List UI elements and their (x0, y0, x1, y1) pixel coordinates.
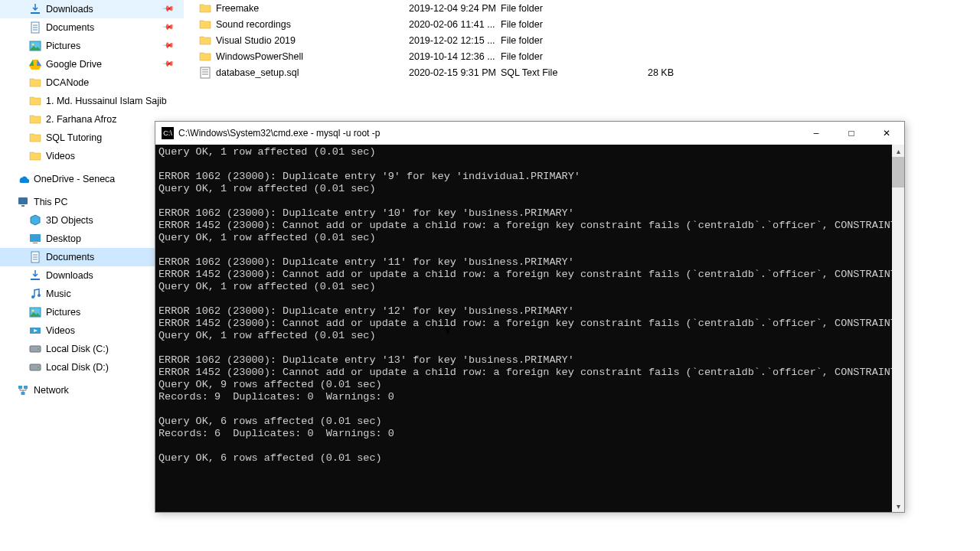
cmd-titlebar[interactable]: C:\ C:\Windows\System32\cmd.exe - mysql … (155, 122, 904, 145)
sidebar-item-label: Pictures (46, 307, 80, 318)
scroll-up-arrow-icon[interactable]: ▴ (892, 145, 904, 157)
sidebar-item-label: 3D Objects (46, 215, 93, 226)
sidebar-item-documents[interactable]: Documents📌 (0, 18, 184, 37)
desktop-icon (29, 233, 41, 245)
sidebar-item-label: Local Disk (D:) (46, 362, 109, 373)
folder-icon (29, 113, 41, 126)
cmd-output[interactable]: Query OK, 1 row affected (0.01 sec) ERRO… (155, 145, 892, 512)
picture-icon (29, 306, 41, 318)
file-row[interactable]: WindowsPowerShell2019-10-14 12:36 ...Fil… (193, 48, 966, 64)
folder-icon (29, 132, 41, 144)
file-name: Freemake (216, 3, 409, 14)
sidebar-item-label: 2. Farhana Afroz (46, 114, 116, 125)
file-date: 2020-02-06 11:41 ... (409, 19, 501, 30)
download-icon (29, 3, 41, 15)
file-type: File folder (501, 3, 620, 14)
folder-icon (199, 34, 211, 47)
file-date: 2019-10-14 12:36 ... (409, 51, 501, 62)
picture-icon (29, 40, 41, 52)
sidebar-item-label: Downloads (46, 4, 93, 15)
sidebar-item-label: Network (34, 385, 69, 396)
file-date: 2019-12-04 9:24 PM (409, 3, 501, 14)
disk-icon (29, 343, 41, 355)
file-row[interactable]: Visual Studio 20192019-12-02 12:15 ...Fi… (193, 32, 966, 48)
video-icon (29, 324, 41, 337)
sidebar-item-label: This PC (34, 197, 67, 207)
file-name: WindowsPowerShell (216, 51, 409, 62)
cmd-icon: C:\ (162, 127, 174, 139)
pin-icon: 📌 (162, 57, 175, 69)
sidebar-item-label: Google Drive (46, 59, 102, 70)
sidebar-item-label: Videos (46, 151, 75, 161)
sidebar-item-label: SQL Tutoring (46, 132, 102, 143)
file-type: File folder (501, 51, 620, 62)
sidebar-item-label: Pictures (46, 41, 80, 51)
document-icon (29, 21, 41, 34)
sidebar-item-label: Local Disk (C:) (46, 344, 109, 354)
sidebar-item-label: 1. Md. Hussainul Islam Sajib (46, 96, 167, 106)
folder-icon (199, 51, 211, 63)
maximize-button[interactable]: □ (834, 122, 869, 145)
sidebar-item-label: DCANode (46, 77, 89, 88)
sidebar-item-label: Videos (46, 325, 75, 336)
minimize-button[interactable]: – (799, 122, 834, 145)
scroll-down-arrow-icon[interactable]: ▾ (892, 500, 904, 512)
cmd-title-text: C:\Windows\System32\cmd.exe - mysql -u r… (178, 128, 799, 139)
sidebar-item-google-drive[interactable]: Google Drive📌 (0, 55, 184, 73)
sidebar-item-dcanode[interactable]: DCANode (0, 73, 184, 92)
sidebar-item-label: Documents (46, 252, 94, 262)
sidebar-item-downloads[interactable]: Downloads📌 (0, 0, 184, 18)
sidebar-item-label: Downloads (46, 270, 93, 281)
close-button[interactable]: ✕ (869, 122, 904, 145)
file-date: 2019-12-02 12:15 ... (409, 35, 501, 46)
file-size: 28 KB (620, 67, 674, 78)
file-row[interactable]: Freemake2019-12-04 9:24 PMFile folder (193, 0, 966, 16)
pin-icon: 📌 (162, 20, 175, 32)
sidebar-item-label: Documents (46, 22, 94, 33)
onedrive-icon (17, 173, 29, 185)
folder-icon (29, 150, 41, 162)
sidebar-item-label: OneDrive - Seneca (34, 174, 115, 184)
3d-icon (29, 214, 41, 227)
sidebar-item-1-md-hussainul-islam-sajib[interactable]: 1. Md. Hussainul Islam Sajib (0, 92, 184, 110)
cmd-scrollbar[interactable]: ▴ ▾ (892, 145, 904, 512)
file-name: Visual Studio 2019 (216, 35, 409, 46)
file-type: File folder (501, 35, 620, 46)
file-date: 2020-02-15 9:31 PM (409, 67, 501, 78)
file-name: database_setup.sql (216, 67, 409, 78)
disk-icon (29, 361, 41, 373)
sqlfile-icon (199, 67, 211, 79)
pin-icon: 📌 (162, 38, 175, 51)
file-row[interactable]: database_setup.sql2020-02-15 9:31 PMSQL … (193, 64, 966, 80)
pin-icon: 📌 (162, 2, 175, 14)
folder-icon (199, 2, 211, 15)
download-icon (29, 269, 41, 282)
pc-icon (17, 196, 29, 208)
sidebar-item-pictures[interactable]: Pictures📌 (0, 37, 184, 55)
folder-icon (29, 77, 41, 89)
file-name: Sound recordings (216, 19, 409, 30)
folder-icon (199, 18, 211, 31)
file-type: SQL Text File (501, 67, 620, 78)
gdrive-icon (29, 58, 41, 70)
document-icon (29, 251, 41, 263)
music-icon (29, 288, 41, 300)
folder-icon (29, 95, 41, 107)
sidebar-item-label: Music (46, 289, 71, 299)
network-icon (17, 384, 29, 396)
scroll-thumb[interactable] (892, 157, 904, 187)
cmd-window: C:\ C:\Windows\System32\cmd.exe - mysql … (155, 121, 905, 513)
explorer-file-list: Freemake2019-12-04 9:24 PMFile folderSou… (193, 0, 966, 80)
sidebar-item-label: Desktop (46, 233, 81, 244)
file-type: File folder (501, 19, 620, 30)
file-row[interactable]: Sound recordings2020-02-06 11:41 ...File… (193, 16, 966, 32)
